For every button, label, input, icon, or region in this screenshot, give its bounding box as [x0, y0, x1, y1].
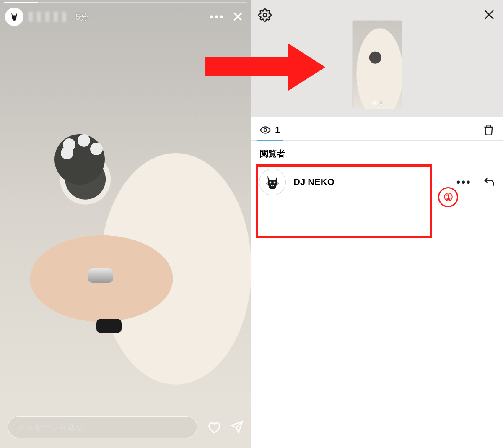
author-avatar[interactable] — [5, 8, 23, 26]
close-icon[interactable]: ✕ — [229, 10, 246, 24]
eye-icon — [260, 125, 271, 135]
message-input[interactable]: メッセージを送信 — [8, 416, 197, 438]
story-thumbnail[interactable]: 1 — [353, 21, 402, 109]
close-icon[interactable] — [483, 8, 495, 21]
viewers-section: 閲覧者 DJ NEKO ••• — [252, 141, 503, 205]
story-progress-track — [4, 2, 247, 3]
viewer-name: DJ NEKO — [293, 177, 334, 188]
viewer-avatar[interactable] — [259, 169, 286, 195]
story-view: 5分 ••• ✕ メッセージを送信 — [0, 0, 252, 448]
view-count: 1 — [275, 125, 280, 135]
svg-point-3 — [264, 129, 267, 132]
story-image-detail — [96, 319, 122, 333]
svg-point-2 — [374, 102, 376, 104]
story-image — [0, 0, 251, 448]
message-placeholder: メッセージを送信 — [17, 422, 84, 433]
story-progress-fill — [4, 2, 38, 3]
story-header: 5分 ••• ✕ — [5, 8, 246, 26]
svg-point-1 — [263, 13, 267, 17]
svg-point-6 — [274, 182, 276, 184]
svg-point-5 — [270, 182, 272, 184]
more-options-icon[interactable]: ••• — [210, 10, 224, 23]
viewers-title: 閲覧者 — [260, 148, 495, 159]
like-heart-icon[interactable] — [207, 420, 221, 434]
viewers-top-bar: 1 — [252, 0, 503, 117]
viewer-row[interactable]: DJ NEKO ••• — [259, 165, 495, 199]
view-count-row: 1 — [252, 117, 503, 141]
viewers-panel: 1 1 閲覧者 — [252, 0, 503, 448]
share-plane-icon[interactable] — [230, 420, 244, 434]
reply-arrow-icon[interactable] — [483, 176, 495, 188]
story-time: 5分 — [75, 11, 88, 23]
story-image-detail — [54, 134, 105, 185]
story-footer: メッセージを送信 — [8, 416, 244, 438]
settings-gear-icon[interactable] — [258, 8, 272, 22]
thumbnail-view-count: 1 — [353, 99, 402, 106]
story-image-detail — [88, 268, 113, 283]
author-username-redacted — [29, 12, 70, 22]
delete-trash-icon[interactable] — [483, 124, 495, 136]
